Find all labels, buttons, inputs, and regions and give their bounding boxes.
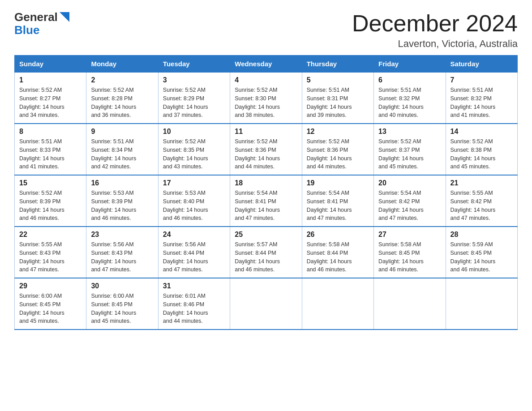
day-number: 31 (163, 282, 225, 290)
day-number: 15 (19, 179, 82, 187)
calendar-cell: 2 Sunrise: 5:52 AMSunset: 8:28 PMDayligh… (86, 73, 158, 124)
day-number: 25 (235, 231, 297, 239)
calendar-cell: 1 Sunrise: 5:52 AMSunset: 8:27 PMDayligh… (15, 73, 86, 124)
calendar-cell: 23 Sunrise: 5:56 AMSunset: 8:43 PMDaylig… (86, 227, 158, 278)
calendar-cell: 29 Sunrise: 6:00 AMSunset: 8:45 PMDaylig… (15, 278, 86, 330)
day-header-friday: Friday (374, 56, 446, 73)
day-info: Sunrise: 5:54 AMSunset: 8:41 PMDaylight:… (235, 190, 280, 221)
calendar-cell (446, 278, 517, 330)
calendar-cell: 21 Sunrise: 5:55 AMSunset: 8:42 PMDaylig… (446, 175, 517, 227)
calendar-header-row: SundayMondayTuesdayWednesdayThursdayFrid… (15, 56, 518, 73)
day-header-tuesday: Tuesday (158, 56, 230, 73)
calendar-cell: 12 Sunrise: 5:52 AMSunset: 8:36 PMDaylig… (302, 124, 373, 175)
day-number: 10 (163, 128, 225, 136)
day-number: 4 (235, 76, 297, 84)
day-number: 13 (378, 128, 441, 136)
day-info: Sunrise: 5:52 AMSunset: 8:29 PMDaylight:… (163, 87, 208, 118)
week-row-1: 1 Sunrise: 5:52 AMSunset: 8:27 PMDayligh… (15, 73, 518, 124)
calendar-cell: 16 Sunrise: 5:53 AMSunset: 8:39 PMDaylig… (86, 175, 158, 227)
day-header-monday: Monday (86, 56, 158, 73)
day-info: Sunrise: 5:51 AMSunset: 8:31 PMDaylight:… (307, 87, 352, 118)
week-row-5: 29 Sunrise: 6:00 AMSunset: 8:45 PMDaylig… (15, 278, 518, 330)
calendar-cell (374, 278, 446, 330)
day-info: Sunrise: 5:56 AMSunset: 8:44 PMDaylight:… (163, 241, 208, 273)
calendar-cell: 14 Sunrise: 5:52 AMSunset: 8:38 PMDaylig… (446, 124, 517, 175)
day-number: 18 (235, 179, 297, 187)
day-number: 11 (235, 128, 297, 136)
calendar-cell: 13 Sunrise: 5:52 AMSunset: 8:37 PMDaylig… (374, 124, 446, 175)
day-header-thursday: Thursday (302, 56, 373, 73)
day-number: 17 (163, 179, 225, 187)
calendar-cell: 26 Sunrise: 5:58 AMSunset: 8:44 PMDaylig… (302, 227, 373, 278)
calendar-cell: 31 Sunrise: 6:01 AMSunset: 8:46 PMDaylig… (158, 278, 230, 330)
day-header-saturday: Saturday (446, 56, 517, 73)
day-number: 5 (307, 76, 369, 84)
day-info: Sunrise: 6:00 AMSunset: 8:45 PMDaylight:… (19, 293, 64, 324)
day-header-sunday: Sunday (15, 56, 86, 73)
day-number: 21 (450, 179, 513, 187)
week-row-2: 8 Sunrise: 5:51 AMSunset: 8:33 PMDayligh… (15, 124, 518, 175)
calendar-cell: 27 Sunrise: 5:58 AMSunset: 8:45 PMDaylig… (374, 227, 446, 278)
day-number: 2 (91, 76, 153, 84)
day-number: 8 (19, 128, 82, 136)
day-info: Sunrise: 5:52 AMSunset: 8:35 PMDaylight:… (163, 138, 208, 170)
day-info: Sunrise: 5:58 AMSunset: 8:44 PMDaylight:… (307, 241, 352, 273)
day-info: Sunrise: 5:55 AMSunset: 8:42 PMDaylight:… (450, 190, 496, 221)
day-number: 16 (91, 179, 153, 187)
day-number: 14 (450, 128, 513, 136)
svg-marker-0 (60, 12, 69, 22)
day-info: Sunrise: 5:53 AMSunset: 8:39 PMDaylight:… (91, 190, 136, 221)
calendar-cell: 30 Sunrise: 6:00 AMSunset: 8:45 PMDaylig… (86, 278, 158, 330)
title-block: December 2024 Laverton, Victoria, Austra… (352, 11, 518, 50)
day-number: 26 (307, 231, 369, 239)
day-info: Sunrise: 5:55 AMSunset: 8:43 PMDaylight:… (19, 241, 64, 273)
day-info: Sunrise: 5:57 AMSunset: 8:44 PMDaylight:… (235, 241, 280, 273)
day-info: Sunrise: 5:59 AMSunset: 8:45 PMDaylight:… (450, 241, 496, 273)
day-info: Sunrise: 5:52 AMSunset: 8:36 PMDaylight:… (307, 138, 352, 170)
day-number: 27 (378, 231, 441, 239)
calendar-cell: 3 Sunrise: 5:52 AMSunset: 8:29 PMDayligh… (158, 73, 230, 124)
day-number: 1 (19, 76, 82, 84)
calendar-cell (302, 278, 373, 330)
calendar-cell: 4 Sunrise: 5:52 AMSunset: 8:30 PMDayligh… (230, 73, 302, 124)
calendar-cell: 22 Sunrise: 5:55 AMSunset: 8:43 PMDaylig… (15, 227, 86, 278)
day-number: 28 (450, 231, 513, 239)
calendar-cell: 10 Sunrise: 5:52 AMSunset: 8:35 PMDaylig… (158, 124, 230, 175)
day-number: 22 (19, 231, 82, 239)
calendar-cell: 24 Sunrise: 5:56 AMSunset: 8:44 PMDaylig… (158, 227, 230, 278)
day-info: Sunrise: 5:52 AMSunset: 8:36 PMDaylight:… (235, 138, 280, 170)
day-number: 12 (307, 128, 369, 136)
day-info: Sunrise: 5:56 AMSunset: 8:43 PMDaylight:… (91, 241, 136, 273)
calendar-cell: 28 Sunrise: 5:59 AMSunset: 8:45 PMDaylig… (446, 227, 517, 278)
calendar-cell: 15 Sunrise: 5:52 AMSunset: 8:39 PMDaylig… (15, 175, 86, 227)
day-number: 24 (163, 231, 225, 239)
day-info: Sunrise: 5:51 AMSunset: 8:33 PMDaylight:… (19, 138, 64, 170)
day-number: 9 (91, 128, 153, 136)
calendar-cell: 5 Sunrise: 5:51 AMSunset: 8:31 PMDayligh… (302, 73, 373, 124)
day-info: Sunrise: 5:54 AMSunset: 8:42 PMDaylight:… (378, 190, 424, 221)
day-info: Sunrise: 5:53 AMSunset: 8:40 PMDaylight:… (163, 190, 208, 221)
day-info: Sunrise: 5:51 AMSunset: 8:34 PMDaylight:… (91, 138, 136, 170)
day-number: 30 (91, 282, 153, 290)
day-number: 6 (378, 76, 441, 84)
calendar-cell: 9 Sunrise: 5:51 AMSunset: 8:34 PMDayligh… (86, 124, 158, 175)
calendar-cell: 18 Sunrise: 5:54 AMSunset: 8:41 PMDaylig… (230, 175, 302, 227)
calendar-cell: 6 Sunrise: 5:51 AMSunset: 8:32 PMDayligh… (374, 73, 446, 124)
calendar-cell: 7 Sunrise: 5:51 AMSunset: 8:32 PMDayligh… (446, 73, 517, 124)
day-info: Sunrise: 6:00 AMSunset: 8:45 PMDaylight:… (91, 293, 136, 324)
day-info: Sunrise: 5:51 AMSunset: 8:32 PMDaylight:… (378, 87, 424, 118)
logo-text-blue: Blue (14, 24, 69, 37)
calendar-cell (230, 278, 302, 330)
day-info: Sunrise: 5:52 AMSunset: 8:27 PMDaylight:… (19, 87, 64, 118)
day-info: Sunrise: 5:51 AMSunset: 8:32 PMDaylight:… (450, 87, 496, 118)
day-header-wednesday: Wednesday (230, 56, 302, 73)
day-info: Sunrise: 5:52 AMSunset: 8:28 PMDaylight:… (91, 87, 136, 118)
calendar-cell: 25 Sunrise: 5:57 AMSunset: 8:44 PMDaylig… (230, 227, 302, 278)
day-info: Sunrise: 5:52 AMSunset: 8:39 PMDaylight:… (19, 190, 64, 221)
logo-triangle-icon (60, 12, 69, 22)
day-info: Sunrise: 5:54 AMSunset: 8:41 PMDaylight:… (307, 190, 352, 221)
calendar-cell: 19 Sunrise: 5:54 AMSunset: 8:41 PMDaylig… (302, 175, 373, 227)
day-number: 20 (378, 179, 441, 187)
calendar-cell: 20 Sunrise: 5:54 AMSunset: 8:42 PMDaylig… (374, 175, 446, 227)
day-number: 7 (450, 76, 513, 84)
